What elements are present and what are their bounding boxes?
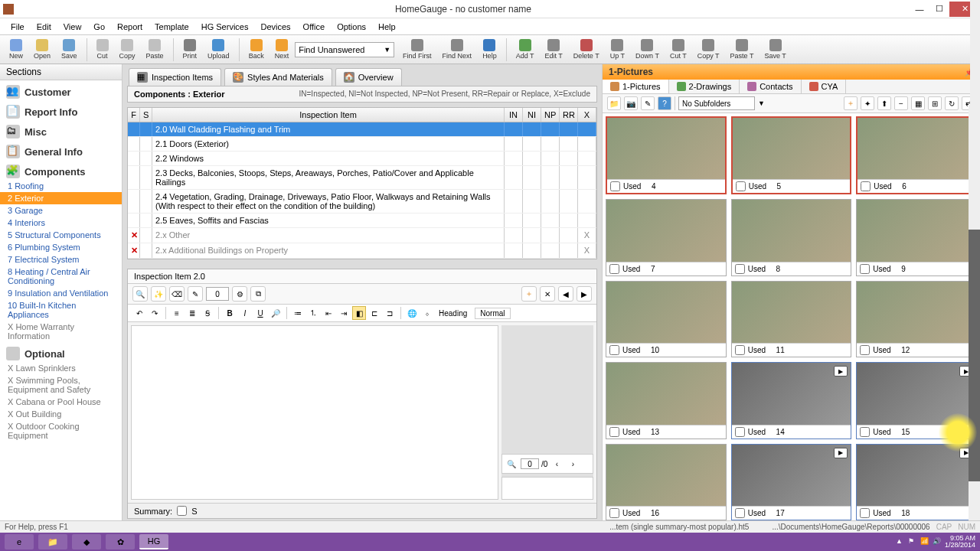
add-icon[interactable]: ＋ (521, 286, 537, 302)
grid2-icon[interactable]: ⊞ (928, 96, 942, 110)
group-customer[interactable]: 👥Customer (0, 80, 122, 100)
table-row[interactable]: ✕2.x OtherX (128, 228, 596, 243)
strike-icon[interactable]: Ꞩ (201, 306, 214, 320)
menu-edit[interactable]: Edit (31, 20, 57, 34)
used-checkbox[interactable] (735, 264, 745, 274)
paste-button[interactable]: Paste (142, 37, 168, 61)
zoom-icon[interactable]: 🔍 (505, 457, 518, 471)
group-report-info[interactable]: 📄Report Info (0, 100, 122, 120)
menu-report[interactable]: Report (111, 20, 149, 34)
thumbnail[interactable]: Used 11 (731, 281, 852, 357)
highlight-color-icon[interactable]: ◧ (352, 306, 366, 320)
group-general-info[interactable]: 📋General Info (0, 140, 122, 160)
thumbnail[interactable]: Used 13 (606, 362, 727, 439)
menu-file[interactable]: File (5, 20, 31, 34)
undo-icon[interactable]: ↶ (132, 306, 146, 320)
sidebar-item[interactable]: X Outdoor Cooking Equipment (0, 420, 122, 442)
page-next-icon[interactable]: › (566, 457, 580, 471)
app-icon-2[interactable]: ✿ (106, 534, 135, 549)
numbers-icon[interactable]: ⒈ (306, 306, 320, 320)
delete-t-button[interactable]: Delete T (569, 37, 604, 61)
used-checkbox[interactable] (609, 508, 619, 518)
delete-icon[interactable]: ✕ (540, 286, 555, 302)
cut-button[interactable]: Cut (92, 37, 113, 61)
tab-inspection-items[interactable]: ▦Inspection Items (129, 68, 221, 86)
used-checkbox[interactable] (860, 264, 870, 274)
used-checkbox[interactable] (860, 427, 870, 437)
sidebar-item[interactable]: 1 Roofing (0, 180, 122, 192)
align-right-icon[interactable]: ⊐ (383, 306, 397, 320)
quantity-stepper[interactable] (206, 287, 229, 301)
used-checkbox[interactable] (736, 181, 746, 191)
print-button[interactable]: Print (178, 37, 202, 61)
sidebar-item[interactable]: 10 Built-In Kitchen Appliances (0, 299, 122, 321)
minus-icon[interactable]: − (894, 96, 908, 110)
table-row[interactable]: 2.2 Windows (128, 152, 596, 166)
cut-t-button[interactable]: Cut T (665, 37, 691, 61)
sidebar-item[interactable]: 2 Exterior (0, 192, 122, 204)
down-t-button[interactable]: Down T (631, 37, 664, 61)
sidebar-item[interactable]: 5 Structural Components (0, 229, 122, 241)
zoom-in-icon[interactable]: 🔍 (132, 286, 148, 302)
pictures-scrollbar[interactable] (969, 104, 980, 523)
homegauge-taskbar-icon[interactable]: HG (139, 534, 168, 549)
thumbnail[interactable]: Used 12 (856, 281, 977, 357)
table-row[interactable]: ✕2.x Additional Buildings on PropertyX (128, 243, 596, 259)
summary-checkbox[interactable] (177, 506, 187, 516)
heading-value[interactable]: Normal (475, 308, 510, 319)
menu-template[interactable]: Template (149, 20, 195, 34)
sidebar-item[interactable]: X Swimming Pools, Equipment and Safety (0, 374, 122, 396)
open-pane-icon[interactable]: ⧉ (250, 286, 266, 302)
thumbnail[interactable]: Used 4 (606, 116, 727, 194)
find-next-button[interactable]: Find Next (438, 37, 477, 61)
menu-devices[interactable]: Devices (254, 20, 296, 34)
next-button[interactable]: Next (270, 37, 294, 61)
thumbnail[interactable]: ▶ Used 18 (856, 444, 977, 520)
tag-icon[interactable]: ⬨ (420, 306, 434, 320)
tab-overview[interactable]: 🏠Overview (335, 68, 402, 86)
sidebar-item[interactable]: 6 Plumbing System (0, 241, 122, 253)
underline-icon[interactable]: U (253, 306, 267, 320)
tray-icon[interactable]: ▲ (896, 537, 905, 546)
sidebar-item[interactable]: 4 Interiors (0, 217, 122, 229)
find-icon[interactable]: 🔎 (269, 306, 283, 320)
sidebar-item[interactable]: X Cabana or Pool House (0, 396, 122, 408)
star-icon[interactable]: ✦ (861, 96, 874, 110)
ie-icon[interactable]: e (5, 534, 34, 549)
pictab-cya[interactable]: CYA (802, 80, 847, 93)
table-row[interactable]: 2.0 Wall Cladding Flashing and Trim (128, 122, 596, 137)
pictab-1-pictures[interactable]: 1-Pictures (603, 80, 669, 93)
pictab-contacts[interactable]: Contacts (740, 80, 801, 93)
thumbnail[interactable]: Used 10 (606, 281, 727, 357)
refresh-icon[interactable]: ↻ (945, 96, 959, 110)
tab-styles-and-materials[interactable]: 🎨Styles And Materials (224, 68, 332, 86)
app-icon-1[interactable]: ◆ (72, 534, 101, 549)
thumbnail[interactable]: ▶ Used 15 (856, 362, 977, 439)
thumbnail[interactable]: ▶ Used 14 (731, 362, 852, 439)
copy-button[interactable]: Copy (115, 37, 140, 61)
outdent-icon[interactable]: ⇤ (322, 306, 335, 320)
sidebar-item[interactable]: X Lawn Sprinklers (0, 362, 122, 374)
used-checkbox[interactable] (610, 181, 620, 191)
sidebar-item[interactable]: 7 Electrical System (0, 253, 122, 266)
new-button[interactable]: New (5, 37, 28, 61)
bold-icon[interactable]: B (223, 306, 237, 320)
used-checkbox[interactable] (735, 508, 745, 518)
align-center-icon[interactable]: ≣ (185, 306, 199, 320)
copy-t-button[interactable]: Copy T (693, 37, 724, 61)
grid-icon[interactable]: ▦ (911, 96, 925, 110)
thumbnail[interactable]: ▶ Used 17 (731, 444, 852, 520)
page-prev-icon[interactable]: ‹ (550, 457, 564, 471)
indent-icon[interactable]: ⇥ (337, 306, 351, 320)
used-checkbox[interactable] (609, 427, 619, 437)
up-t-button[interactable]: Up T (606, 37, 629, 61)
help-icon[interactable]: ? (658, 96, 671, 110)
table-row[interactable]: 2.4 Vegetation, Grading, Drainage, Drive… (128, 190, 596, 214)
thumbnail[interactable]: Used 6 (856, 116, 977, 194)
menu-office[interactable]: Office (297, 20, 332, 34)
menu-options[interactable]: Options (331, 20, 372, 34)
system-tray[interactable]: ▲ ⚑ 📶 🔊 9:05 AM 1/28/2014 (896, 535, 975, 549)
used-checkbox[interactable] (860, 345, 870, 355)
used-checkbox[interactable] (735, 345, 745, 355)
editor-textarea[interactable] (131, 325, 498, 500)
